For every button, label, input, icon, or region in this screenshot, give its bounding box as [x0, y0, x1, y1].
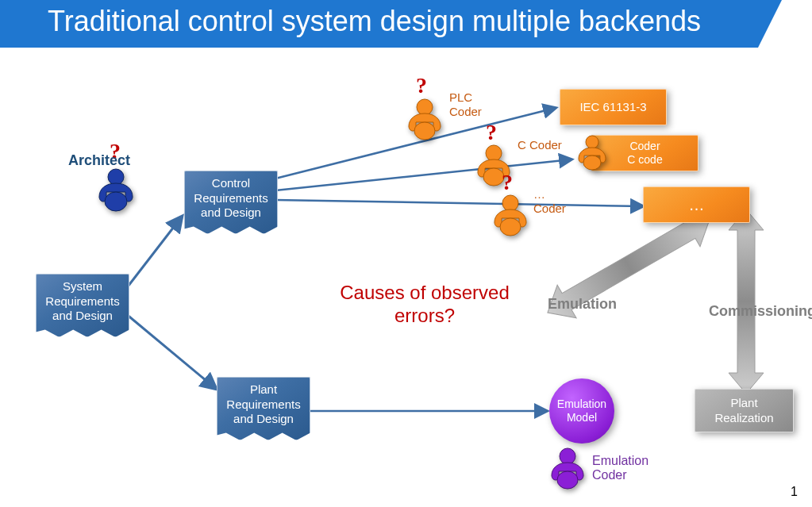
box-plant-req: Plant Requirements and Design: [217, 377, 310, 440]
box-system-req: System Requirements and Design: [36, 274, 129, 337]
svg-point-18: [500, 218, 521, 236]
svg-point-20: [557, 471, 578, 489]
arrow-control-to-iec: [0, 0, 812, 507]
slide-title: Traditional control system design multip…: [48, 5, 701, 38]
svg-point-19: [560, 448, 575, 464]
arrow-sys-to-plant: [0, 0, 812, 507]
person-other-coder-icon: [489, 194, 532, 241]
slide: Traditional control system design multip…: [0, 0, 812, 507]
label-other-coder: … Coder: [533, 187, 581, 216]
box-iec: IEC 61131-3: [560, 89, 667, 125]
qmark-c: ?: [486, 120, 497, 145]
title-part1: Traditional control system design: [48, 5, 472, 37]
svg-point-16: [583, 156, 601, 170]
svg-marker-8: [729, 209, 764, 394]
svg-point-17: [502, 195, 518, 211]
box-plant-req-text: Plant Requirements and Design: [224, 382, 303, 427]
box-iec-text: IEC 61131-3: [579, 100, 646, 115]
box-plant-real-text: Plant Realization: [702, 396, 787, 426]
svg-line-1: [125, 217, 182, 290]
title-part2: multiple backends: [472, 5, 701, 37]
page-number: 1: [791, 485, 798, 499]
svg-point-11: [417, 99, 433, 115]
arrow-sys-to-control: [0, 0, 812, 507]
person-extra-coder-icon: [574, 134, 610, 175]
label-emulation: Emulation: [548, 296, 617, 313]
arrow-commissioning: [0, 0, 812, 507]
svg-point-15: [586, 136, 598, 148]
box-ellipsis: …: [643, 186, 750, 223]
title-bar: Traditional control system design multip…: [0, 0, 812, 48]
person-plc-coder-icon: [403, 98, 446, 145]
label-causes: Causes of observed errors?: [325, 282, 524, 328]
svg-line-5: [275, 200, 643, 206]
circle-emulation-model: Emulation Model: [549, 378, 614, 444]
arrow-plant-to-emu: [0, 0, 812, 507]
box-ccode-text: C code: [627, 153, 662, 167]
qmark-plc: ?: [416, 73, 427, 98]
person-architect-icon: [94, 167, 138, 216]
label-emulation-coder: Emulation Coder: [592, 454, 664, 482]
box-control-req-text: Control Requirements and Design: [191, 176, 271, 221]
box-ellipsis-text: …: [689, 195, 705, 215]
arrow-control-to-ccode: [0, 0, 812, 507]
qmark-other: ?: [502, 170, 513, 195]
svg-point-12: [414, 122, 435, 140]
svg-point-9: [108, 169, 124, 185]
box-coder-top-text: Coder: [629, 140, 660, 154]
person-emulation-coder-icon: [546, 447, 589, 494]
svg-line-4: [275, 159, 571, 190]
label-c-coder: C Coder: [518, 138, 565, 152]
svg-point-10: [105, 192, 127, 211]
arrow-emulation: [0, 0, 812, 507]
label-commissioning: Commissioning: [709, 303, 812, 320]
circle-emulation-model-text: Emulation Model: [549, 398, 614, 424]
arrow-control-to-other: [0, 0, 812, 507]
label-architect: Architect: [68, 152, 130, 169]
box-plant-real: Plant Realization: [695, 389, 794, 432]
box-system-req-text: System Requirements and Design: [43, 279, 122, 324]
svg-line-2: [125, 313, 216, 389]
label-plc-coder: PLC Coder: [449, 90, 497, 119]
box-control-req: Control Requirements and Design: [184, 171, 278, 234]
svg-point-13: [486, 145, 502, 161]
